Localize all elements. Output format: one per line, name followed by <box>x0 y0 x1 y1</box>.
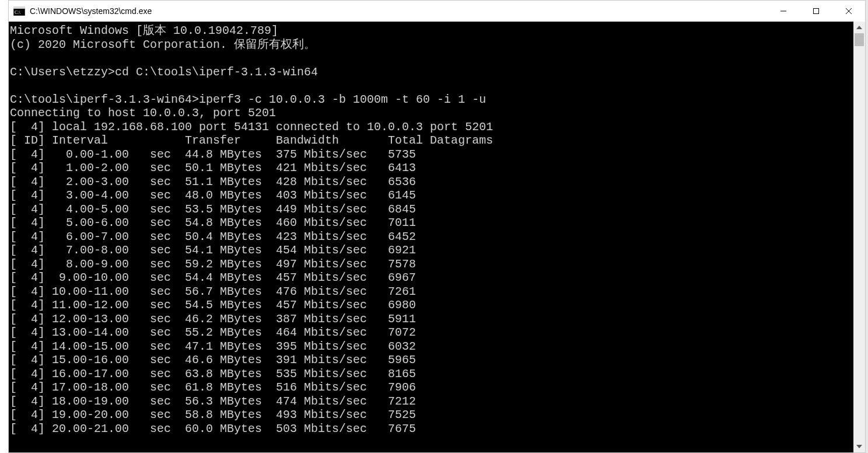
svg-rect-4 <box>814 9 819 14</box>
scroll-up-button[interactable] <box>853 22 865 33</box>
maximize-button[interactable] <box>800 1 832 22</box>
titlebar[interactable]: C:\ C:\WINDOWS\system32\cmd.exe <box>9 1 865 22</box>
minimize-button[interactable] <box>767 1 800 22</box>
svg-text:C:\: C:\ <box>15 10 21 15</box>
cmd-icon: C:\ <box>13 6 25 16</box>
cmd-window: C:\ C:\WINDOWS\system32\cmd.exe Microsof… <box>8 0 866 453</box>
scroll-track[interactable] <box>853 33 865 441</box>
svg-marker-8 <box>856 445 862 448</box>
scroll-thumb[interactable] <box>855 33 864 46</box>
close-button[interactable] <box>832 1 865 22</box>
svg-marker-7 <box>856 26 862 29</box>
scroll-down-button[interactable] <box>853 441 865 452</box>
svg-rect-1 <box>13 6 25 9</box>
window-title: C:\WINDOWS\system32\cmd.exe <box>30 6 152 16</box>
vertical-scrollbar[interactable] <box>853 22 865 452</box>
background-page-strip <box>0 0 8 453</box>
console-output[interactable]: Microsoft Windows [版本 10.0.19042.789] (c… <box>9 22 853 452</box>
